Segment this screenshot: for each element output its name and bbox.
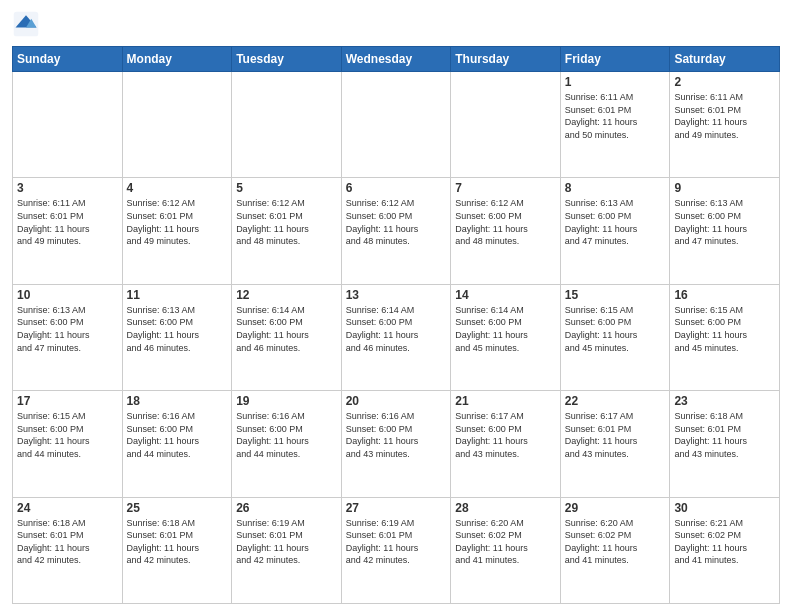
day-info: Sunrise: 6:12 AM Sunset: 6:01 PM Dayligh… xyxy=(127,197,228,247)
day-number: 4 xyxy=(127,181,228,195)
day-info: Sunrise: 6:12 AM Sunset: 6:00 PM Dayligh… xyxy=(455,197,556,247)
day-info: Sunrise: 6:18 AM Sunset: 6:01 PM Dayligh… xyxy=(674,410,775,460)
day-info: Sunrise: 6:11 AM Sunset: 6:01 PM Dayligh… xyxy=(674,91,775,141)
calendar-day-cell: 7Sunrise: 6:12 AM Sunset: 6:00 PM Daylig… xyxy=(451,178,561,284)
day-number: 10 xyxy=(17,288,118,302)
calendar-day-header: Friday xyxy=(560,47,670,72)
day-number: 14 xyxy=(455,288,556,302)
day-info: Sunrise: 6:15 AM Sunset: 6:00 PM Dayligh… xyxy=(565,304,666,354)
calendar-day-cell xyxy=(451,72,561,178)
day-number: 19 xyxy=(236,394,337,408)
day-info: Sunrise: 6:15 AM Sunset: 6:00 PM Dayligh… xyxy=(674,304,775,354)
calendar-day-header: Sunday xyxy=(13,47,123,72)
day-number: 27 xyxy=(346,501,447,515)
calendar-day-cell xyxy=(341,72,451,178)
logo-icon xyxy=(12,10,40,38)
page: SundayMondayTuesdayWednesdayThursdayFrid… xyxy=(0,0,792,612)
day-number: 24 xyxy=(17,501,118,515)
day-info: Sunrise: 6:14 AM Sunset: 6:00 PM Dayligh… xyxy=(236,304,337,354)
day-number: 1 xyxy=(565,75,666,89)
calendar-day-cell xyxy=(232,72,342,178)
day-info: Sunrise: 6:14 AM Sunset: 6:00 PM Dayligh… xyxy=(455,304,556,354)
day-info: Sunrise: 6:18 AM Sunset: 6:01 PM Dayligh… xyxy=(127,517,228,567)
calendar-day-cell: 19Sunrise: 6:16 AM Sunset: 6:00 PM Dayli… xyxy=(232,391,342,497)
day-info: Sunrise: 6:14 AM Sunset: 6:00 PM Dayligh… xyxy=(346,304,447,354)
day-info: Sunrise: 6:15 AM Sunset: 6:00 PM Dayligh… xyxy=(17,410,118,460)
day-number: 23 xyxy=(674,394,775,408)
calendar-day-header: Monday xyxy=(122,47,232,72)
day-number: 2 xyxy=(674,75,775,89)
day-number: 21 xyxy=(455,394,556,408)
calendar-day-cell: 25Sunrise: 6:18 AM Sunset: 6:01 PM Dayli… xyxy=(122,497,232,603)
calendar-header-row: SundayMondayTuesdayWednesdayThursdayFrid… xyxy=(13,47,780,72)
calendar-table: SundayMondayTuesdayWednesdayThursdayFrid… xyxy=(12,46,780,604)
day-number: 6 xyxy=(346,181,447,195)
calendar-day-cell: 8Sunrise: 6:13 AM Sunset: 6:00 PM Daylig… xyxy=(560,178,670,284)
day-info: Sunrise: 6:18 AM Sunset: 6:01 PM Dayligh… xyxy=(17,517,118,567)
day-number: 15 xyxy=(565,288,666,302)
day-info: Sunrise: 6:13 AM Sunset: 6:00 PM Dayligh… xyxy=(674,197,775,247)
calendar-day-cell: 27Sunrise: 6:19 AM Sunset: 6:01 PM Dayli… xyxy=(341,497,451,603)
day-info: Sunrise: 6:17 AM Sunset: 6:00 PM Dayligh… xyxy=(455,410,556,460)
calendar-day-cell: 26Sunrise: 6:19 AM Sunset: 6:01 PM Dayli… xyxy=(232,497,342,603)
calendar-day-cell: 21Sunrise: 6:17 AM Sunset: 6:00 PM Dayli… xyxy=(451,391,561,497)
day-info: Sunrise: 6:21 AM Sunset: 6:02 PM Dayligh… xyxy=(674,517,775,567)
day-info: Sunrise: 6:11 AM Sunset: 6:01 PM Dayligh… xyxy=(565,91,666,141)
day-number: 25 xyxy=(127,501,228,515)
calendar-day-cell: 24Sunrise: 6:18 AM Sunset: 6:01 PM Dayli… xyxy=(13,497,123,603)
calendar-day-cell: 16Sunrise: 6:15 AM Sunset: 6:00 PM Dayli… xyxy=(670,284,780,390)
day-info: Sunrise: 6:16 AM Sunset: 6:00 PM Dayligh… xyxy=(236,410,337,460)
calendar-day-header: Wednesday xyxy=(341,47,451,72)
calendar-day-cell: 6Sunrise: 6:12 AM Sunset: 6:00 PM Daylig… xyxy=(341,178,451,284)
calendar-day-cell: 18Sunrise: 6:16 AM Sunset: 6:00 PM Dayli… xyxy=(122,391,232,497)
day-info: Sunrise: 6:20 AM Sunset: 6:02 PM Dayligh… xyxy=(565,517,666,567)
day-info: Sunrise: 6:13 AM Sunset: 6:00 PM Dayligh… xyxy=(565,197,666,247)
day-number: 22 xyxy=(565,394,666,408)
day-number: 12 xyxy=(236,288,337,302)
calendar-day-cell: 11Sunrise: 6:13 AM Sunset: 6:00 PM Dayli… xyxy=(122,284,232,390)
calendar-day-cell: 1Sunrise: 6:11 AM Sunset: 6:01 PM Daylig… xyxy=(560,72,670,178)
calendar-day-cell: 29Sunrise: 6:20 AM Sunset: 6:02 PM Dayli… xyxy=(560,497,670,603)
day-number: 7 xyxy=(455,181,556,195)
logo xyxy=(12,10,44,38)
calendar-day-cell: 2Sunrise: 6:11 AM Sunset: 6:01 PM Daylig… xyxy=(670,72,780,178)
header xyxy=(12,10,780,38)
calendar-day-cell xyxy=(122,72,232,178)
day-number: 13 xyxy=(346,288,447,302)
calendar-week-row: 17Sunrise: 6:15 AM Sunset: 6:00 PM Dayli… xyxy=(13,391,780,497)
calendar-week-row: 24Sunrise: 6:18 AM Sunset: 6:01 PM Dayli… xyxy=(13,497,780,603)
day-number: 17 xyxy=(17,394,118,408)
calendar-day-cell: 20Sunrise: 6:16 AM Sunset: 6:00 PM Dayli… xyxy=(341,391,451,497)
calendar-day-header: Tuesday xyxy=(232,47,342,72)
calendar-day-cell: 4Sunrise: 6:12 AM Sunset: 6:01 PM Daylig… xyxy=(122,178,232,284)
calendar-day-header: Thursday xyxy=(451,47,561,72)
calendar-day-cell: 9Sunrise: 6:13 AM Sunset: 6:00 PM Daylig… xyxy=(670,178,780,284)
day-info: Sunrise: 6:19 AM Sunset: 6:01 PM Dayligh… xyxy=(236,517,337,567)
day-number: 26 xyxy=(236,501,337,515)
day-info: Sunrise: 6:13 AM Sunset: 6:00 PM Dayligh… xyxy=(127,304,228,354)
calendar-day-cell: 28Sunrise: 6:20 AM Sunset: 6:02 PM Dayli… xyxy=(451,497,561,603)
calendar-day-cell: 13Sunrise: 6:14 AM Sunset: 6:00 PM Dayli… xyxy=(341,284,451,390)
day-number: 9 xyxy=(674,181,775,195)
day-number: 8 xyxy=(565,181,666,195)
calendar-day-cell: 30Sunrise: 6:21 AM Sunset: 6:02 PM Dayli… xyxy=(670,497,780,603)
calendar-day-cell: 22Sunrise: 6:17 AM Sunset: 6:01 PM Dayli… xyxy=(560,391,670,497)
day-number: 16 xyxy=(674,288,775,302)
day-number: 5 xyxy=(236,181,337,195)
day-info: Sunrise: 6:13 AM Sunset: 6:00 PM Dayligh… xyxy=(17,304,118,354)
calendar-week-row: 3Sunrise: 6:11 AM Sunset: 6:01 PM Daylig… xyxy=(13,178,780,284)
day-info: Sunrise: 6:16 AM Sunset: 6:00 PM Dayligh… xyxy=(127,410,228,460)
calendar-day-cell: 5Sunrise: 6:12 AM Sunset: 6:01 PM Daylig… xyxy=(232,178,342,284)
calendar-day-cell: 10Sunrise: 6:13 AM Sunset: 6:00 PM Dayli… xyxy=(13,284,123,390)
day-number: 28 xyxy=(455,501,556,515)
day-info: Sunrise: 6:19 AM Sunset: 6:01 PM Dayligh… xyxy=(346,517,447,567)
day-number: 30 xyxy=(674,501,775,515)
day-info: Sunrise: 6:17 AM Sunset: 6:01 PM Dayligh… xyxy=(565,410,666,460)
day-info: Sunrise: 6:16 AM Sunset: 6:00 PM Dayligh… xyxy=(346,410,447,460)
day-number: 18 xyxy=(127,394,228,408)
calendar-day-cell: 12Sunrise: 6:14 AM Sunset: 6:00 PM Dayli… xyxy=(232,284,342,390)
calendar-week-row: 1Sunrise: 6:11 AM Sunset: 6:01 PM Daylig… xyxy=(13,72,780,178)
day-number: 20 xyxy=(346,394,447,408)
day-number: 11 xyxy=(127,288,228,302)
day-info: Sunrise: 6:11 AM Sunset: 6:01 PM Dayligh… xyxy=(17,197,118,247)
